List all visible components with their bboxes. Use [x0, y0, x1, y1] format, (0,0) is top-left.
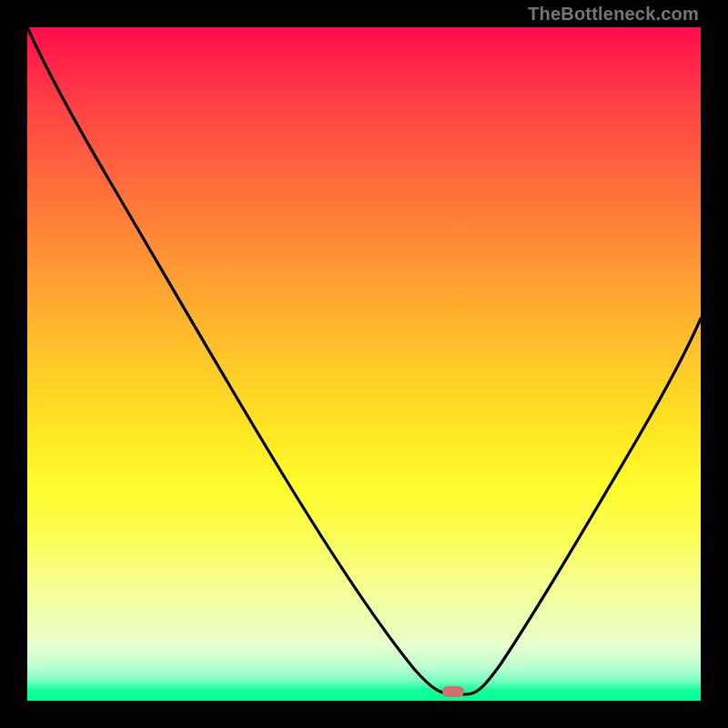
plot-area	[27, 27, 701, 701]
optimum-marker	[442, 686, 464, 697]
curve-path	[27, 27, 701, 694]
watermark-text: TheBottleneck.com	[528, 4, 699, 25]
chart-stage: TheBottleneck.com	[0, 0, 728, 728]
bottleneck-curve	[27, 27, 701, 701]
